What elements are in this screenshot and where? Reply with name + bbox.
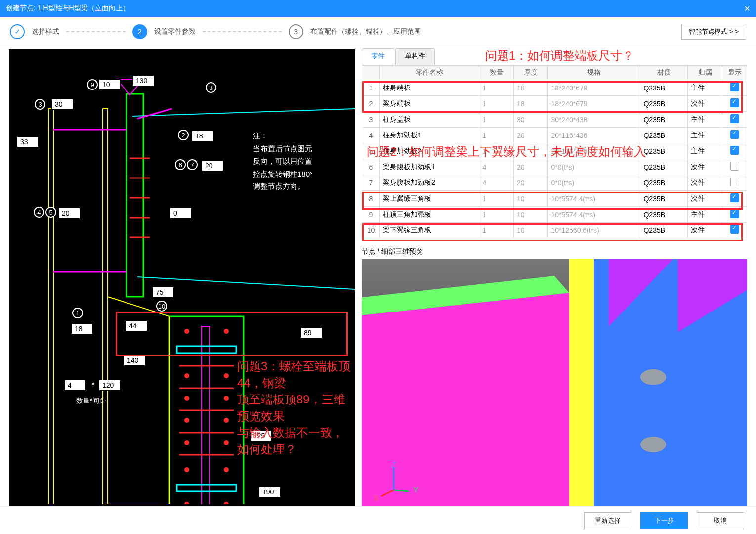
cell-thk[interactable]: 20	[513, 128, 548, 143]
cell-thk[interactable]: 30	[513, 143, 548, 159]
cell-qty[interactable]: 1	[479, 222, 514, 238]
cell-mat[interactable]: Q235B	[640, 96, 688, 112]
cell-spec[interactable]: 18*240*679	[548, 96, 640, 112]
cell-name[interactable]: 柱顶三角加强板	[380, 207, 479, 222]
cell-qty[interactable]: 1	[479, 96, 514, 112]
cell-own[interactable]: 主件	[688, 80, 722, 96]
cell-mat[interactable]: Q235B	[640, 112, 688, 128]
cell-qty[interactable]: 1	[479, 112, 514, 128]
cell-thk[interactable]: 18	[513, 80, 548, 96]
checkbox-icon[interactable]	[730, 162, 739, 171]
checkbox-icon[interactable]	[730, 98, 739, 107]
table-row[interactable]: 4柱身加劲板112020*116*436Q235B主件	[362, 128, 747, 143]
cell-name[interactable]: 柱身加劲板1	[380, 128, 479, 143]
dim-input[interactable]: 0	[170, 208, 192, 219]
cell-thk[interactable]: 18	[513, 96, 548, 112]
cell-spec[interactable]: 0*0(t*s)	[548, 175, 640, 191]
reselect-button[interactable]: 重新选择	[584, 512, 631, 529]
cell-mat[interactable]: Q235B	[640, 128, 688, 143]
dim-input[interactable]: 89	[300, 327, 322, 338]
dim-input[interactable]: 125	[250, 430, 272, 441]
checkbox-icon[interactable]	[730, 178, 739, 186]
table-row[interactable]: 2梁身端板11818*240*679Q235B次件	[362, 96, 747, 112]
cell-name[interactable]: 柱身加劲板2	[380, 143, 479, 159]
cell-mat[interactable]: Q235B	[640, 80, 688, 96]
dim-input[interactable]: 18	[71, 323, 93, 334]
cell-mat[interactable]: Q235B	[640, 143, 688, 159]
checkbox-icon[interactable]	[730, 83, 739, 91]
cell-show[interactable]	[722, 175, 747, 191]
cell-qty[interactable]: 1	[479, 191, 514, 207]
cell-spec[interactable]: 10*5574.4(t*s)	[548, 207, 640, 222]
dim-input[interactable]: 4	[64, 380, 86, 391]
table-row[interactable]: 3柱身盖板13030*240*438Q235B主件	[362, 112, 747, 128]
cell-mat[interactable]: Q235B	[640, 207, 688, 222]
cell-own[interactable]: 主件	[688, 128, 722, 143]
cell-own[interactable]: 次件	[688, 222, 722, 238]
cell-spec[interactable]: 10*12560.6(t*s)	[548, 222, 640, 238]
tab-parts[interactable]: 零件	[362, 48, 394, 65]
preview-3d[interactable]: Z X Y	[362, 259, 747, 506]
cell-thk[interactable]: 10	[513, 191, 548, 207]
dim-input[interactable]: 10	[99, 79, 121, 90]
dim-input[interactable]: 33	[17, 136, 39, 147]
diagram-canvas[interactable]: 130 10 30 33 18 20 20 0 75 44 89 18 140 …	[9, 49, 355, 506]
table-row[interactable]: 10梁下翼缘三角板11010*12560.6(t*s)Q235B次件	[362, 222, 747, 238]
cell-qty[interactable]: 1	[479, 128, 514, 143]
cell-show[interactable]	[722, 128, 747, 143]
cell-qty[interactable]: 4	[479, 159, 514, 175]
cell-thk[interactable]: 20	[513, 159, 548, 175]
cell-spec[interactable]: 20*116*436	[548, 143, 640, 159]
dim-input[interactable]: 75	[152, 287, 174, 298]
cell-spec[interactable]: 30*240*438	[548, 112, 640, 128]
dim-input[interactable]: 20	[202, 160, 223, 171]
cell-qty[interactable]: 4	[479, 175, 514, 191]
cell-show[interactable]	[722, 96, 747, 112]
cell-mat[interactable]: Q235B	[640, 159, 688, 175]
dim-input[interactable]: 30	[51, 99, 73, 110]
checkbox-icon[interactable]	[730, 114, 739, 123]
cell-show[interactable]	[722, 143, 747, 159]
cell-thk[interactable]: 10	[513, 207, 548, 222]
cell-name[interactable]: 梁下翼缘三角板	[380, 222, 479, 238]
cell-mat[interactable]: Q235B	[640, 191, 688, 207]
cell-own[interactable]: 主件	[688, 207, 722, 222]
cancel-button[interactable]: 取消	[697, 512, 744, 529]
cell-own[interactable]: 次件	[688, 96, 722, 112]
cell-show[interactable]	[722, 222, 747, 238]
cell-mat[interactable]: Q235B	[640, 175, 688, 191]
dim-input[interactable]: 20	[58, 208, 80, 219]
cell-own[interactable]: 次件	[688, 175, 722, 191]
cell-own[interactable]: 主件	[688, 143, 722, 159]
cell-name[interactable]: 梁身腹板加劲板1	[380, 159, 479, 175]
checkbox-icon[interactable]	[730, 209, 739, 218]
cell-show[interactable]	[722, 207, 747, 222]
checkbox-icon[interactable]	[730, 193, 739, 202]
dim-input[interactable]: 140	[124, 355, 145, 366]
cell-qty[interactable]: 1	[479, 143, 514, 159]
checkbox-icon[interactable]	[730, 146, 739, 155]
dim-input[interactable]: 130	[132, 75, 154, 86]
cell-qty[interactable]: 1	[479, 207, 514, 222]
cell-own[interactable]: 次件	[688, 191, 722, 207]
cell-show[interactable]	[722, 112, 747, 128]
cell-name[interactable]: 梁上翼缘三角板	[380, 191, 479, 207]
table-row[interactable]: 1柱身端板11818*240*679Q235B主件	[362, 80, 747, 96]
cell-own[interactable]: 主件	[688, 112, 722, 128]
cell-mat[interactable]: Q235B	[640, 222, 688, 238]
dim-input[interactable]: 18	[192, 131, 213, 141]
cell-show[interactable]	[722, 159, 747, 175]
tab-single[interactable]: 单构件	[395, 48, 435, 65]
dim-input[interactable]: 120	[99, 380, 121, 391]
smart-mode-button[interactable]: 智能节点模式 > >	[681, 24, 746, 40]
cell-thk[interactable]: 30	[513, 112, 548, 128]
dim-input[interactable]: 190	[259, 487, 281, 497]
cell-show[interactable]	[722, 80, 747, 96]
cell-name[interactable]: 梁身腹板加劲板2	[380, 175, 479, 191]
checkbox-icon[interactable]	[730, 130, 739, 139]
dim-input[interactable]: 44	[126, 320, 147, 331]
table-row[interactable]: 5柱身加劲板213020*116*436Q235B主件	[362, 143, 747, 159]
checkbox-icon[interactable]	[730, 225, 739, 234]
table-row[interactable]: 6梁身腹板加劲板14200*0(t*s)Q235B次件	[362, 159, 747, 175]
close-icon[interactable]: ×	[744, 3, 750, 14]
